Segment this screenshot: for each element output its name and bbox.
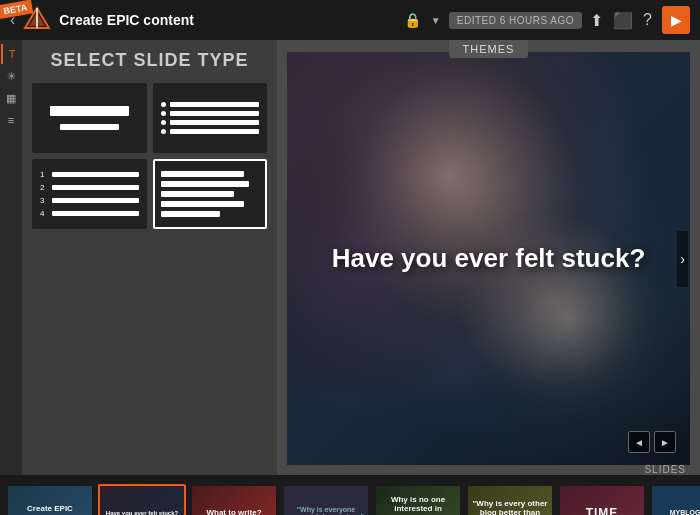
- dropdown-icon[interactable]: ▼: [431, 15, 441, 26]
- num-bar: [52, 172, 139, 177]
- export-button[interactable]: ⬛: [613, 11, 633, 30]
- topbar-right-actions: ⬆ ⬛ ? ▶: [590, 6, 690, 34]
- bullet-row-2: [161, 111, 260, 116]
- text-tool-icon[interactable]: T: [1, 44, 21, 64]
- slide-preview: Have you ever felt stuck? › ◄ ►: [287, 52, 690, 465]
- play-button[interactable]: ▶: [662, 6, 690, 34]
- panel-title: SELECT SLIDE TYPE: [32, 50, 267, 71]
- thumbnail-5[interactable]: Why is no one interested in reading what…: [374, 484, 462, 516]
- thumbnail-3[interactable]: What to write?: [190, 484, 278, 516]
- themes-tab[interactable]: THEMES: [449, 40, 529, 58]
- layout-tool-icon[interactable]: ▦: [1, 88, 21, 108]
- bullet-bar: [170, 111, 260, 116]
- line-bar-5: [161, 211, 220, 217]
- lock-icon[interactable]: 🔒: [404, 12, 421, 28]
- thumb-bg-2: Have you ever felt stuck?: [100, 486, 184, 516]
- bullet-dot: [161, 102, 166, 107]
- slide-type-panel: SELECT SLIDE TYPE: [22, 40, 277, 475]
- thumb-bg-5: Why is no one interested in reading what…: [376, 486, 460, 516]
- document-title: Create EPIC content: [59, 12, 396, 28]
- thumbnail-2[interactable]: Have you ever felt stuck?: [98, 484, 186, 516]
- nav-left-btn[interactable]: ◄: [628, 431, 650, 453]
- num-bar: [52, 198, 139, 203]
- slide-type-bullets[interactable]: [153, 83, 268, 153]
- slide-main-text: Have you ever felt stuck?: [312, 233, 666, 284]
- thumbnail-1[interactable]: Create EPIC content: [6, 484, 94, 516]
- line-bar-3: [161, 191, 235, 197]
- share-button[interactable]: ⬆: [590, 11, 603, 30]
- thumbnail-4[interactable]: "Why is everyone successful except me": [282, 484, 370, 516]
- num-row-3: 3: [40, 196, 139, 205]
- num-row-2: 2: [40, 183, 139, 192]
- thumb-bg-3: What to write?: [192, 486, 276, 516]
- topbar: BETA ‹ Create EPIC content 🔒 ▼ EDITED 6 …: [0, 0, 700, 40]
- side-toolbar: T ✳ ▦ ≡: [0, 40, 22, 475]
- bullet-bar: [170, 129, 260, 134]
- slide-preview-area: THEMES: [277, 40, 700, 475]
- bullet-row-3: [161, 120, 260, 125]
- bullet-dot: [161, 111, 166, 116]
- slide-type-lines[interactable]: [153, 159, 268, 229]
- asterisk-tool-icon[interactable]: ✳: [1, 66, 21, 86]
- num-bar: [52, 211, 139, 216]
- slide-next-arrow[interactable]: ›: [677, 231, 688, 287]
- title-bar-1: [50, 106, 129, 116]
- title-bar-2: [60, 124, 119, 130]
- thumbnail-6[interactable]: "Why is every other blog better than min…: [466, 484, 554, 516]
- thumb-bg-7: TIME: [560, 486, 644, 516]
- slide-types-grid: 1 2 3 4: [32, 83, 267, 229]
- bullet-dot: [161, 120, 166, 125]
- nav-right-btn[interactable]: ►: [654, 431, 676, 453]
- slide-type-title[interactable]: [32, 83, 147, 153]
- thumbnail-8[interactable]: MYBLOGU.C...: [650, 484, 700, 516]
- bullet-dot: [161, 129, 166, 134]
- bullet-bar: [170, 102, 260, 107]
- document-tool-icon[interactable]: ≡: [1, 110, 21, 130]
- bullet-bar: [170, 120, 260, 125]
- num-bar: [52, 185, 139, 190]
- main-area: T ✳ ▦ ≡ SELECT SLIDE TYPE: [0, 40, 700, 475]
- num-row-4: 4: [40, 209, 139, 218]
- slide-strip: Create EPIC content Have you ever felt s…: [0, 475, 700, 515]
- bullet-row-4: [161, 129, 260, 134]
- line-bar-1: [161, 171, 245, 177]
- slides-label: SLIDES: [644, 464, 686, 475]
- num-row-1: 1: [40, 170, 139, 179]
- line-bar-4: [161, 201, 245, 207]
- slide-type-numbered[interactable]: 1 2 3 4: [32, 159, 147, 229]
- slide-nav-controls: ◄ ►: [628, 431, 676, 453]
- thumbnail-7[interactable]: TIME: [558, 484, 646, 516]
- help-button[interactable]: ?: [643, 11, 652, 29]
- thumb-bg-6: "Why is every other blog better than min…: [468, 486, 552, 516]
- bullet-row-1: [161, 102, 260, 107]
- thumb-bg-8: MYBLOGU.C...: [652, 486, 700, 516]
- line-bar-2: [161, 181, 250, 187]
- thumb-bg-4: "Why is everyone successful except me": [284, 486, 368, 516]
- edited-status: EDITED 6 HOURS AGO: [449, 12, 582, 29]
- thumb-bg-1: Create EPIC content: [8, 486, 92, 516]
